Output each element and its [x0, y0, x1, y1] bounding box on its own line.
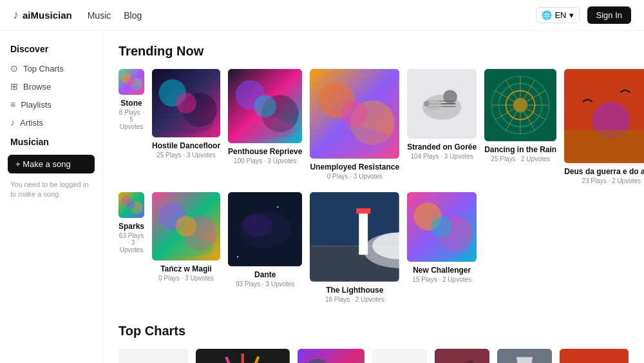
card-meta: 104 Plays · 3 Upvotes [407, 153, 477, 160]
music-card[interactable]: Stranded on Gorée104 Plays · 3 Upvotes [407, 69, 477, 184]
discover-section-title: Discover [0, 44, 102, 59]
svg-point-4 [121, 86, 142, 93]
music-card[interactable]: Tańcz w Magii0 Plays · 3 Upvotes [152, 192, 220, 303]
card-cover [118, 349, 188, 363]
music-card[interactable]: Deus da guerra e do am...23 Plays · 2 Up… [564, 69, 644, 184]
top-charts-title: Top Charts [118, 324, 629, 338]
music-card[interactable]: Stranded on Gorée104 Plays · 3 Upvotes [118, 349, 188, 363]
music-card[interactable]: Dancing in the Rain25 Plays · 2 Upvotes [484, 69, 556, 184]
card-title: Deus da guerra e do am... [564, 167, 644, 176]
lang-text: EN [554, 10, 566, 20]
card-cover [152, 192, 220, 260]
trending-title: Trending Now [118, 44, 629, 59]
music-card[interactable]: Dante93 Plays · 3 Upvotes [228, 192, 302, 303]
card-title: The Lighthouse [310, 286, 399, 295]
card-cover [497, 349, 552, 363]
music-card[interactable]: The Lighthouse18 Plays · 2 Upvotes [310, 192, 399, 303]
card-cover [298, 349, 365, 363]
top-charts-label: Top Charts [23, 64, 64, 74]
music-card[interactable]: The Final Pour41 Plays · 1 Upvotes [497, 349, 552, 363]
sign-in-button[interactable]: Sign In [587, 6, 631, 24]
sidebar-item-playlists[interactable]: ≡ Playlists [0, 95, 102, 113]
music-card[interactable]: Stone8 Plays · 5 Upvotes [118, 69, 144, 184]
card-cover [152, 69, 220, 137]
main-content: Trending Now Stone8 Plays · 5 Upvotes H [103, 31, 644, 363]
language-selector[interactable]: 🌐 EN ▾ [536, 7, 579, 23]
card-cover [310, 69, 399, 159]
card-cover [484, 69, 556, 141]
card-cover [560, 349, 629, 363]
card-title: Stranded on Gorée [407, 142, 477, 152]
card-meta: 8 Plays · 5 Upvotes [118, 109, 144, 130]
svg-rect-130 [298, 349, 365, 363]
music-card[interactable]: New Challenger15 Plays · 2 Upvotes [407, 192, 477, 303]
card-cover [196, 349, 290, 363]
card-title: Penthouse Reprieve [228, 147, 302, 156]
nav-blog[interactable]: Blog [124, 10, 142, 21]
svg-point-102 [431, 217, 452, 237]
sidebar-item-artists[interactable]: ♪ Artists [0, 113, 102, 132]
music-card[interactable]: Hostile Dancefloor25 Plays · 3 Upvotes [152, 69, 220, 184]
svg-rect-96 [357, 208, 371, 213]
music-card[interactable]: Alien Symphony 278 Plays · 1 Upvotes [298, 349, 365, 363]
artists-label: Artists [20, 118, 43, 128]
card-meta: 100 Plays · 3 Upvotes [228, 157, 302, 164]
music-card[interactable]: Unemployed Resistance0 Plays · 3 Upvotes [310, 69, 399, 184]
card-title: Sparks [118, 222, 144, 231]
sidebar: Discover ⊙ Top Charts ⊞ Browse ≡ Playlis… [0, 31, 103, 363]
card-meta: 25 Plays · 3 Upvotes [152, 152, 220, 159]
trending-grid: Stone8 Plays · 5 Upvotes Hostile Dancefl… [118, 69, 629, 303]
card-meta: 18 Plays · 2 Upvotes [310, 296, 399, 303]
nav-music[interactable]: Music [88, 10, 111, 21]
svg-rect-146 [435, 349, 489, 363]
svg-rect-104 [118, 349, 188, 363]
svg-rect-47 [564, 130, 644, 163]
music-card[interactable]: Conditions62 Plays · 1 Upvotes [435, 349, 489, 363]
svg-point-9 [159, 113, 214, 134]
card-cover [564, 69, 644, 163]
chevron-down-icon: ▾ [569, 10, 574, 20]
svg-point-32 [513, 98, 527, 112]
make-song-button[interactable]: + Make a song [8, 155, 95, 173]
header-right: 🌐 EN ▾ Sign In [536, 6, 631, 24]
svg-point-83 [277, 206, 278, 208]
card-meta: 0 Plays · 3 Upvotes [310, 173, 399, 180]
artists-icon: ♪ [10, 117, 15, 128]
music-card[interactable]: Sparks63 Plays · 3 Upvotes [118, 192, 144, 303]
svg-point-3 [128, 78, 135, 86]
page-layout: Discover ⊙ Top Charts ⊞ Browse ≡ Playlis… [0, 31, 644, 363]
sidebar-item-browse[interactable]: ⊞ Browse [0, 77, 102, 95]
svg-rect-135 [372, 349, 427, 363]
browse-icon: ⊞ [10, 81, 18, 92]
svg-point-27 [424, 101, 430, 107]
logo-text: aiMusician [23, 10, 72, 21]
globe-icon: 🌐 [542, 10, 552, 20]
svg-point-63 [121, 209, 142, 217]
card-title: Dancing in the Rain [484, 145, 556, 154]
top-charts-grid: Stranded on Gorée104 Plays · 3 Upvotes O… [118, 349, 629, 363]
card-meta: 25 Plays · 2 Upvotes [484, 155, 556, 162]
svg-point-68 [159, 237, 214, 257]
card-meta: 15 Plays · 2 Upvotes [407, 276, 477, 283]
music-card[interactable]: Chasing Rainbows33 Plays · 1 Upvotes [560, 349, 629, 363]
music-card[interactable]: A pint of beer66 Plays · 1 Upvotes [372, 349, 427, 363]
card-title: Tańcz w Magii [152, 264, 220, 273]
top-charts-icon: ⊙ [10, 63, 18, 74]
login-note: You need to be logged in to make a song. [0, 176, 102, 204]
music-card[interactable]: On s'était donné rendez...97 Plays · 1 U… [196, 349, 290, 363]
musician-section-title: Musician [0, 132, 102, 152]
music-card[interactable]: Penthouse Reprieve100 Plays · 3 Upvotes [228, 69, 302, 184]
sidebar-item-top-charts[interactable]: ⊙ Top Charts [0, 59, 102, 77]
card-cover [407, 69, 477, 139]
card-title: Stone [118, 99, 144, 108]
svg-point-67 [176, 216, 196, 237]
card-meta: 0 Plays · 3 Upvotes [152, 275, 220, 282]
svg-point-84 [237, 256, 238, 257]
card-title: Unemployed Resistance [310, 162, 399, 172]
svg-point-18 [341, 101, 368, 128]
logo[interactable]: ♪ aiMusician [13, 8, 72, 22]
svg-point-13 [254, 95, 276, 117]
header: ♪ aiMusician Music Blog 🌐 EN ▾ Sign In [0, 0, 644, 31]
card-cover [118, 192, 144, 218]
svg-point-19 [319, 127, 390, 154]
